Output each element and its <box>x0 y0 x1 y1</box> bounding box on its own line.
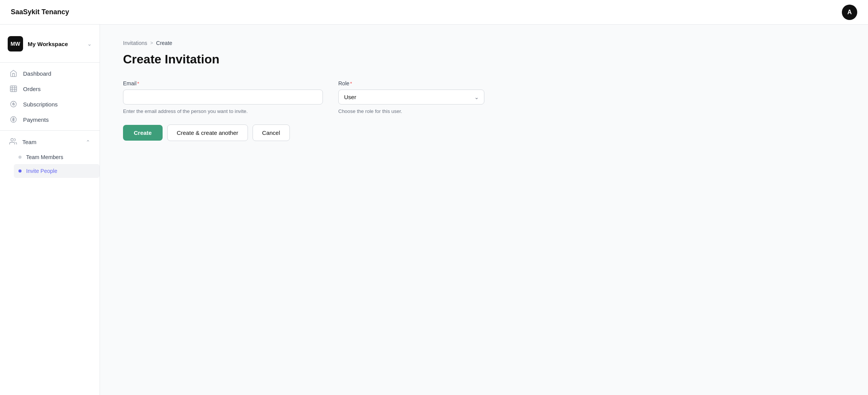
sidebar-section-team[interactable]: Team ⌃ <box>0 134 100 150</box>
page-title: Create Invitation <box>123 52 845 66</box>
role-form-group: Role* User Admin Member ⌄ Choose the rol… <box>338 80 484 115</box>
team-chevron-icon: ⌃ <box>86 139 90 145</box>
workspace-name: My Workspace <box>28 41 68 47</box>
main-content: Invitations > Create Create Invitation E… <box>100 25 868 395</box>
sidebar-divider-2 <box>0 130 100 131</box>
sidebar-divider <box>0 62 100 63</box>
team-section-label: Team <box>22 139 37 145</box>
role-label: Role* <box>338 80 484 86</box>
breadcrumb-separator: > <box>150 40 153 46</box>
layout: MW My Workspace ⌄ Dashboard <box>0 25 868 395</box>
role-required-star: * <box>350 81 352 86</box>
sidebar-label-invite-people: Invite People <box>26 168 57 174</box>
subscriptions-icon <box>9 100 18 108</box>
workspace-left: MW My Workspace <box>8 36 68 51</box>
create-button[interactable]: Create <box>123 125 163 141</box>
form-row: Email* Enter the email address of the pe… <box>123 80 845 115</box>
svg-rect-0 <box>10 86 17 92</box>
app-title: SaaSykit Tenancy <box>11 8 69 16</box>
svg-point-4 <box>11 139 13 141</box>
sidebar-label-payments: Payments <box>23 116 49 123</box>
email-required-star: * <box>137 81 139 86</box>
sidebar-item-invite-people[interactable]: Invite People <box>14 164 100 178</box>
sidebar-item-team-members[interactable]: Team Members <box>14 150 100 164</box>
orders-icon <box>9 85 18 93</box>
role-help: Choose the role for this user. <box>338 108 484 115</box>
sidebar-item-dashboard[interactable]: Dashboard <box>0 66 100 81</box>
email-help: Enter the email address of the person yo… <box>123 108 323 115</box>
team-sub-items: Team Members Invite People <box>0 150 100 178</box>
create-another-button[interactable]: Create & create another <box>167 124 248 141</box>
invite-people-dot <box>18 169 22 173</box>
user-avatar[interactable]: A <box>842 5 857 20</box>
role-select-wrapper: User Admin Member ⌄ <box>338 90 484 105</box>
sidebar-label-dashboard: Dashboard <box>23 70 51 77</box>
workspace-icon: MW <box>8 36 23 51</box>
team-section-left: Team <box>9 138 37 146</box>
payments-icon <box>9 116 18 123</box>
sidebar-item-payments[interactable]: Payments <box>0 112 100 127</box>
role-select[interactable]: User Admin Member <box>338 90 484 105</box>
workspace-chevron-icon: ⌄ <box>87 41 92 47</box>
email-form-group: Email* Enter the email address of the pe… <box>123 80 323 115</box>
email-input[interactable] <box>123 90 323 105</box>
workspace-selector[interactable]: MW My Workspace ⌄ <box>0 32 100 59</box>
team-members-dot <box>18 156 22 159</box>
form-actions: Create Create & create another Cancel <box>123 124 845 141</box>
breadcrumb: Invitations > Create <box>123 40 845 46</box>
sidebar-item-orders[interactable]: Orders <box>0 81 100 96</box>
sidebar-item-subscriptions[interactable]: Subscriptions <box>0 96 100 112</box>
sidebar-label-team-members: Team Members <box>26 154 63 160</box>
breadcrumb-parent[interactable]: Invitations <box>123 40 147 46</box>
breadcrumb-current: Create <box>156 40 172 46</box>
dashboard-icon <box>9 70 18 77</box>
topnav: SaaSykit Tenancy A <box>0 0 868 25</box>
sidebar-label-subscriptions: Subscriptions <box>23 101 58 108</box>
cancel-button[interactable]: Cancel <box>253 124 290 141</box>
team-icon <box>9 138 17 146</box>
sidebar-label-orders: Orders <box>23 86 41 92</box>
email-label: Email* <box>123 80 323 86</box>
sidebar: MW My Workspace ⌄ Dashboard <box>0 25 100 395</box>
